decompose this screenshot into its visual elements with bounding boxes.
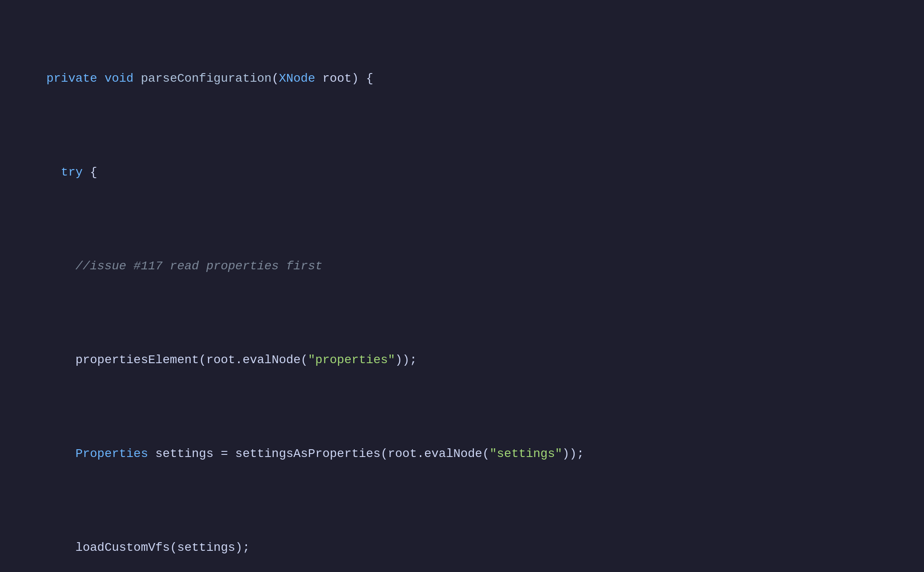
keyword-void: void (105, 72, 134, 85)
keyword-try: try (61, 166, 83, 179)
code-line-6: loadCustomVfs(settings); (17, 520, 907, 572)
code-line-4: propertiesElement(root.evalNode("propert… (17, 332, 907, 388)
code-line-2: try { (17, 144, 907, 201)
keyword-private: private (46, 72, 97, 85)
method-name: parseConfiguration (141, 72, 272, 85)
code-line-1: private void parseConfiguration(XNode ro… (17, 51, 907, 107)
code-line-3: //issue #117 read properties first (17, 238, 907, 294)
comment-117: //issue #117 read properties first (75, 259, 322, 273)
code-line-5: Properties settings = settingsAsProperti… (17, 426, 907, 482)
code-editor: private void parseConfiguration(XNode ro… (17, 13, 907, 572)
